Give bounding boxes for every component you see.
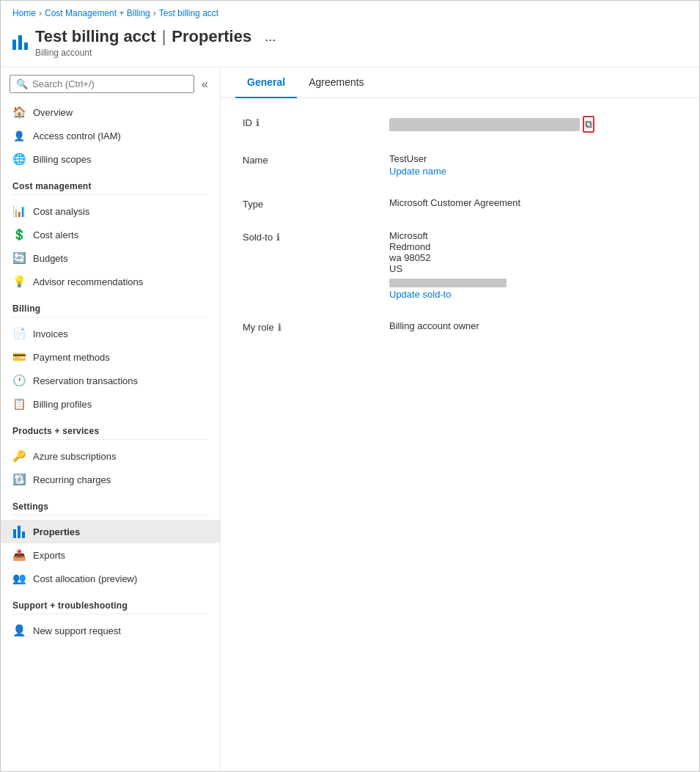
property-row-name: Name TestUser Update name bbox=[243, 153, 677, 177]
divider-billing bbox=[12, 317, 208, 317]
section-support: Support + troubleshooting bbox=[1, 590, 220, 614]
page-title: Test billing acct | Properties ... bbox=[35, 27, 280, 46]
app-icon bbox=[12, 35, 28, 50]
sidebar-item-label: Billing scopes bbox=[33, 154, 92, 165]
sidebar-item-payment-methods[interactable]: 💳 Payment methods bbox=[1, 345, 220, 369]
section-billing: Billing bbox=[1, 293, 220, 317]
update-name-link[interactable]: Update name bbox=[389, 166, 677, 177]
sidebar-item-label: Billing profiles bbox=[33, 399, 92, 410]
sidebar-item-label: Advisor recommendations bbox=[33, 276, 143, 287]
divider-settings bbox=[12, 515, 208, 515]
sidebar-item-recurring-charges[interactable]: 🔃 Recurring charges bbox=[1, 468, 220, 491]
sidebar-item-label: Cost analysis bbox=[33, 206, 89, 217]
sidebar-item-label: Properties bbox=[33, 526, 80, 537]
collapse-button[interactable]: « bbox=[199, 76, 211, 92]
sidebar-item-reservation-transactions[interactable]: 🕐 Reservation transactions bbox=[1, 369, 220, 392]
access-control-icon: 👤 bbox=[12, 129, 26, 142]
cost-analysis-icon: 📊 bbox=[12, 205, 26, 218]
ellipsis-button[interactable]: ... bbox=[260, 28, 280, 46]
sidebar-item-invoices[interactable]: 📄 Invoices bbox=[1, 322, 220, 345]
section-products-services: Products + services bbox=[1, 416, 220, 439]
sidebar-item-billing-profiles[interactable]: 📋 Billing profiles bbox=[1, 392, 220, 416]
sidebar-item-label: Exports bbox=[33, 550, 65, 561]
sidebar-item-cost-allocation[interactable]: 👥 Cost allocation (preview) bbox=[1, 567, 220, 590]
divider-products-services bbox=[12, 439, 208, 440]
sidebar-item-label: Access control (IAM) bbox=[33, 130, 121, 141]
page-header: Test billing acct | Properties ... Billi… bbox=[1, 23, 699, 67]
sidebar-item-label: Budgets bbox=[33, 253, 68, 264]
divider-cost-management bbox=[12, 194, 208, 195]
properties-content: ID ℹ ⧉ Name bbox=[221, 98, 699, 371]
sidebar-item-label: Azure subscriptions bbox=[33, 451, 116, 462]
sidebar-item-exports[interactable]: 📤 Exports bbox=[1, 543, 220, 567]
info-icon-my-role: ℹ bbox=[278, 322, 281, 333]
sidebar-item-billing-scopes[interactable]: 🌐 Billing scopes bbox=[1, 147, 220, 171]
breadcrumb-home[interactable]: Home bbox=[12, 8, 36, 18]
sidebar-item-overview[interactable]: 🏠 Overview bbox=[1, 100, 220, 124]
value-my-role: Billing account owner bbox=[389, 320, 677, 331]
azure-subscriptions-icon: 🔑 bbox=[12, 449, 26, 463]
payment-methods-icon: 💳 bbox=[12, 350, 26, 364]
billing-profiles-icon: 📋 bbox=[12, 397, 26, 411]
value-sold-to: Microsoft Redmond wa 98052 US Update sol… bbox=[389, 230, 677, 300]
search-input[interactable] bbox=[32, 78, 188, 89]
update-sold-to-link[interactable]: Update sold-to bbox=[389, 289, 677, 300]
sidebar-item-label: Reservation transactions bbox=[33, 375, 138, 386]
budgets-icon: 🔄 bbox=[12, 251, 26, 265]
tab-general[interactable]: General bbox=[235, 67, 297, 98]
sidebar-item-budgets[interactable]: 🔄 Budgets bbox=[1, 246, 220, 270]
sidebar-item-advisor-recommendations[interactable]: 💡 Advisor recommendations bbox=[1, 270, 220, 293]
value-name: TestUser Update name bbox=[389, 153, 677, 177]
recurring-charges-icon: 🔃 bbox=[12, 473, 26, 486]
advisor-icon: 💡 bbox=[12, 275, 26, 288]
tab-agreements[interactable]: Agreements bbox=[297, 67, 375, 98]
sidebar-item-label: New support request bbox=[33, 625, 121, 636]
property-row-my-role: My role ℹ Billing account owner bbox=[243, 320, 677, 333]
label-type: Type bbox=[243, 197, 389, 210]
sidebar-item-label: Invoices bbox=[33, 328, 68, 339]
search-icon: 🔍 bbox=[16, 78, 28, 89]
sold-to-blurred bbox=[389, 279, 506, 287]
overview-icon: 🏠 bbox=[12, 106, 26, 119]
label-name: Name bbox=[243, 153, 389, 166]
invoices-icon: 📄 bbox=[12, 327, 26, 340]
sidebar-item-label: Payment methods bbox=[33, 352, 110, 363]
section-settings: Settings bbox=[1, 491, 220, 515]
content-area: General Agreements ID ℹ ⧉ bbox=[221, 67, 699, 771]
label-my-role: My role ℹ bbox=[243, 320, 389, 333]
value-id: ⧉ bbox=[389, 116, 677, 133]
label-id: ID ℹ bbox=[243, 116, 389, 128]
sidebar-item-properties[interactable]: Properties bbox=[1, 520, 220, 543]
property-row-type: Type Microsoft Customer Agreement bbox=[243, 197, 677, 210]
id-blurred bbox=[389, 118, 580, 131]
sidebar: 🔍 « 🏠 Overview 👤 Access control (IAM) 🌐 … bbox=[1, 67, 221, 771]
label-sold-to: Sold-to ℹ bbox=[243, 230, 389, 243]
search-area: 🔍 « bbox=[1, 67, 220, 100]
breadcrumb-cost-management[interactable]: Cost Management + Billing bbox=[45, 8, 150, 18]
info-icon-id: ℹ bbox=[256, 117, 259, 128]
divider-support bbox=[12, 614, 208, 614]
new-support-icon: 👤 bbox=[12, 624, 26, 637]
sidebar-item-azure-subscriptions[interactable]: 🔑 Azure subscriptions bbox=[1, 444, 220, 468]
search-box[interactable]: 🔍 bbox=[10, 75, 194, 93]
properties-icon bbox=[12, 525, 26, 538]
sidebar-item-label: Cost alerts bbox=[33, 229, 78, 240]
sidebar-item-label: Overview bbox=[33, 107, 73, 118]
info-icon-sold-to: ℹ bbox=[276, 232, 280, 243]
breadcrumb: Home › Cost Management + Billing › Test … bbox=[1, 1, 699, 23]
sidebar-item-label: Cost allocation (preview) bbox=[33, 573, 137, 584]
tabs-bar: General Agreements bbox=[221, 67, 699, 98]
sidebar-item-cost-alerts[interactable]: 💲 Cost alerts bbox=[1, 223, 220, 246]
billing-scopes-icon: 🌐 bbox=[12, 152, 26, 166]
breadcrumb-current: Test billing acct bbox=[159, 8, 218, 18]
section-cost-management: Cost management bbox=[1, 171, 220, 194]
sidebar-item-new-support-request[interactable]: 👤 New support request bbox=[1, 619, 220, 642]
property-row-id: ID ℹ ⧉ bbox=[243, 116, 677, 133]
cost-allocation-icon: 👥 bbox=[12, 572, 26, 585]
sidebar-item-cost-analysis[interactable]: 📊 Cost analysis bbox=[1, 199, 220, 223]
copy-icon: ⧉ bbox=[585, 118, 592, 130]
sidebar-item-access-control[interactable]: 👤 Access control (IAM) bbox=[1, 124, 220, 147]
property-row-sold-to: Sold-to ℹ Microsoft Redmond wa 98052 US … bbox=[243, 230, 677, 300]
page-subtitle: Billing account bbox=[35, 48, 280, 58]
copy-button[interactable]: ⧉ bbox=[583, 116, 594, 133]
